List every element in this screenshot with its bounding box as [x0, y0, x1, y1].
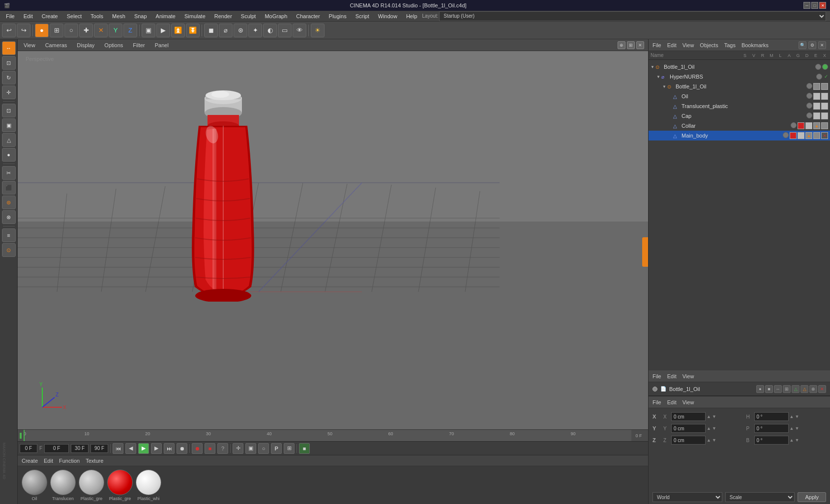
tool-select-live[interactable]: ⊡ [2, 104, 16, 117]
tool-knife[interactable]: ✂ [2, 166, 16, 180]
attr-icon-8[interactable]: ✕ [818, 385, 826, 393]
menu-character[interactable]: Character [292, 12, 324, 20]
menu-animate[interactable]: Animate [152, 12, 179, 20]
apply-button[interactable]: Apply [798, 492, 826, 502]
coord-input-y-pos[interactable] [671, 424, 706, 433]
btn-box-tool[interactable]: ▣ [245, 443, 256, 454]
btn-stop[interactable]: ■ [205, 443, 215, 454]
vp-menu-filter[interactable]: Filter [131, 41, 147, 49]
mat-menu-function[interactable]: Function [59, 458, 80, 464]
om-expand-hypernurbs[interactable]: ▼ [656, 74, 661, 79]
tool-cam[interactable]: ◐ [263, 24, 277, 37]
tool-rect[interactable]: ▭ [278, 24, 292, 37]
tool-nurbs[interactable]: ⌀ [219, 24, 233, 37]
btn-play[interactable]: ▶ [138, 443, 149, 454]
coord-input-h[interactable] [754, 412, 789, 421]
btn-next-frame[interactable]: ▶ [151, 443, 162, 454]
tool-move[interactable]: ↔ [2, 41, 16, 55]
om-dot-1[interactable] [815, 64, 821, 70]
close-button[interactable]: ✕ [819, 2, 826, 9]
tool-select-paint[interactable]: ● [2, 148, 16, 162]
tool-select-rect[interactable]: ▣ [2, 118, 16, 132]
material-plastic-grey1[interactable]: Plastic_gre [79, 470, 104, 501]
material-oil[interactable]: Oil [22, 470, 47, 501]
tool-anim2[interactable]: ⏫ [171, 24, 185, 37]
tool-transform[interactable]: ✛ [2, 85, 16, 99]
material-plastic-red[interactable]: Plastic_gre [107, 470, 133, 501]
menu-help[interactable]: Help [402, 12, 421, 20]
coord-input-x-pos[interactable] [671, 412, 706, 421]
viewport-canvas[interactable]: X Y Z Perspective [18, 51, 648, 429]
om-expand-bottle-top[interactable]: ▼ [651, 64, 655, 69]
menu-window[interactable]: Window [374, 12, 401, 20]
menu-script[interactable]: Script [352, 12, 373, 20]
om-close[interactable]: ✕ [818, 41, 826, 49]
attr-menu-view[interactable]: View [682, 373, 694, 379]
mode-points[interactable]: ⊞ [50, 24, 63, 37]
coord-input-p[interactable] [754, 424, 789, 433]
vp-menu-display[interactable]: Display [75, 41, 96, 49]
attr-menu-edit[interactable]: Edit [667, 373, 677, 379]
coord-arrow-h-up[interactable]: ▲ [790, 414, 794, 419]
menu-render[interactable]: Render [210, 12, 236, 20]
vp-menu-view[interactable]: View [22, 41, 37, 49]
btn-prev-frame[interactable]: ◀ [125, 443, 136, 454]
om-menu-bookmarks[interactable]: Bookmarks [741, 42, 769, 48]
om-row-translucent[interactable]: ▶ △ Translucent_plastic [649, 101, 830, 111]
redo-button[interactable]: ↪ [17, 24, 30, 37]
coord-input-b[interactable] [754, 436, 789, 445]
menu-edit[interactable]: Edit [20, 12, 37, 20]
btn-p-tool[interactable]: P [271, 443, 282, 454]
om-search[interactable]: 🔍 [799, 41, 806, 49]
menu-sculpt[interactable]: Sculpt [237, 12, 260, 20]
mode-y[interactable]: Y [109, 24, 122, 37]
btn-record[interactable]: ⏺ [177, 443, 187, 454]
tool-scale[interactable]: ⊡ [2, 56, 16, 70]
mat-menu-texture[interactable]: Texture [86, 458, 103, 464]
tool-anim[interactable]: ▶ [156, 24, 170, 37]
om-dot-hn-1[interactable] [816, 74, 822, 80]
tool-square[interactable]: ▣ [142, 24, 155, 37]
mode-object[interactable]: ● [35, 24, 49, 37]
om-dot-2[interactable] [822, 64, 828, 70]
om-dot-collar-1[interactable] [791, 122, 797, 128]
tool-select-poly[interactable]: △ [2, 133, 16, 147]
attr-icon-5[interactable]: △ [792, 385, 800, 393]
vp-ctrl-expand[interactable]: ⊕ [618, 41, 625, 49]
right-side-tab[interactable] [642, 237, 648, 267]
attr-icon-7[interactable]: ⊗ [809, 385, 817, 393]
btn-go-end[interactable]: ⏭ [164, 443, 175, 454]
btn-mode-toggle[interactable]: ■ [299, 443, 310, 454]
om-dot-cap-1[interactable] [806, 112, 812, 118]
tool-vr[interactable]: 👁 [293, 24, 306, 37]
om-dot-trans-1[interactable] [806, 103, 812, 109]
cm-menu-view[interactable]: View [682, 399, 694, 405]
vp-menu-options[interactable]: Options [102, 41, 125, 49]
attr-icon-4[interactable]: ⊞ [783, 385, 791, 393]
om-menu-view[interactable]: View [682, 42, 694, 48]
om-row-bottle-top[interactable]: ▼ ⊙ Bottle_1l_Oil [649, 62, 830, 72]
material-plastic-white[interactable]: Plastic_whi [136, 470, 161, 501]
btn-go-start[interactable]: ⏮ [113, 443, 123, 454]
om-menu-edit[interactable]: Edit [667, 42, 677, 48]
mat-menu-create[interactable]: Create [22, 458, 38, 464]
btn-question[interactable]: ? [217, 443, 228, 454]
tool-deform[interactable]: ✦ [248, 24, 262, 37]
mode-z[interactable]: Z [123, 24, 137, 37]
menu-simulate[interactable]: Simulate [180, 12, 209, 20]
coord-arrow-h-dn[interactable]: ▼ [795, 414, 799, 419]
om-row-cap[interactable]: ▶ △ Cap [649, 111, 830, 121]
attr-menu-file[interactable]: File [652, 373, 661, 379]
menu-file[interactable]: File [2, 12, 19, 20]
mode-x[interactable]: ✕ [94, 24, 108, 37]
fps-input[interactable] [71, 444, 89, 453]
menu-snap[interactable]: Snap [130, 12, 151, 20]
om-menu-objects[interactable]: Objects [700, 42, 718, 48]
attr-icon-1[interactable]: ● [756, 385, 764, 393]
om-row-main-body[interactable]: ▶ △ Main_body ▲ ✕ [649, 131, 830, 140]
vp-ctrl-close[interactable]: ✕ [636, 41, 644, 49]
tool-paint[interactable]: ⊗ [2, 210, 16, 224]
tool-extrude[interactable]: ⬛ [2, 181, 16, 195]
om-dot-oil-1[interactable] [806, 93, 812, 99]
tool-anim3[interactable]: ⏬ [186, 24, 200, 37]
